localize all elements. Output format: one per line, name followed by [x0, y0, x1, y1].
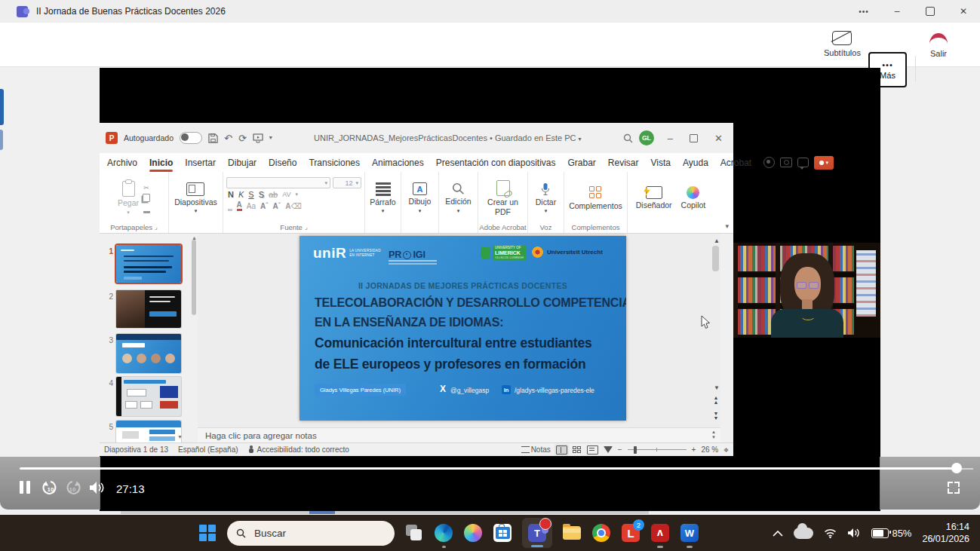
ppt-restore-button[interactable] — [690, 134, 698, 142]
format-painter-icon[interactable] — [143, 204, 150, 213]
taskbar-search-input[interactable] — [253, 527, 369, 540]
zoom-in-button[interactable]: + — [692, 445, 696, 454]
copilot-taskbar-button[interactable] — [463, 523, 483, 543]
comments-icon[interactable] — [797, 158, 809, 167]
ppt-close-button[interactable]: ✕ — [714, 133, 723, 143]
notes-pane[interactable]: Haga clic para agregar notas ▲▼ — [198, 427, 720, 442]
next-slide-button[interactable]: ▼▼ — [711, 412, 720, 420]
clear-format-button[interactable]: A⌫ — [285, 202, 301, 210]
lumio-button[interactable]: L2 — [621, 523, 641, 543]
bold-button[interactable]: N — [228, 190, 234, 199]
volume-button[interactable] — [89, 481, 106, 494]
wifi-icon[interactable] — [824, 528, 837, 538]
slideshow-icon[interactable] — [253, 133, 263, 143]
edge-button[interactable] — [434, 523, 453, 543]
paste-button[interactable]: Pegar ▾ — [118, 181, 139, 215]
fullscreen-button[interactable] — [948, 482, 960, 494]
draw-button[interactable]: A Dibujo ▾ — [409, 182, 432, 213]
editor-scrollbar[interactable] — [712, 246, 719, 271]
tab-animaciones[interactable]: Animaciones — [372, 158, 424, 168]
file-explorer-button[interactable] — [562, 523, 582, 543]
record-icon[interactable] — [763, 157, 775, 168]
language-status[interactable]: Español (España) — [178, 445, 238, 454]
editor-scroll-down-icon[interactable]: ▼ — [714, 384, 720, 391]
font-size-combo[interactable]: 12▾ — [333, 177, 361, 188]
tab-grabar[interactable]: Grabar — [567, 158, 595, 168]
tab-transiciones[interactable]: Transiciones — [309, 158, 360, 168]
cut-icon[interactable]: ✂ — [143, 184, 149, 191]
strikethrough-button[interactable]: ab — [269, 190, 278, 199]
chrome-button[interactable] — [591, 523, 611, 543]
change-case-button[interactable]: Aa — [247, 202, 256, 210]
shrink-font-button[interactable]: Aˇ — [273, 202, 281, 210]
notes-toggle[interactable]: Notas — [521, 445, 551, 454]
task-view-button[interactable] — [404, 523, 424, 543]
highlight-pen-icon[interactable] — [228, 201, 232, 211]
editor-scroll-up-icon[interactable]: ▲ — [714, 237, 720, 244]
teams-taskbar-button[interactable]: T — [522, 518, 552, 548]
slide-thumbnail-2[interactable] — [116, 290, 181, 328]
account-avatar[interactable]: GL — [639, 130, 654, 145]
left-rail-indicator-2[interactable] — [0, 130, 3, 150]
subtitles-button[interactable]: Subtítulos — [824, 29, 861, 57]
editing-button[interactable]: Edición ▾ — [445, 182, 471, 213]
char-spacing-button[interactable]: AV — [282, 191, 290, 198]
player-progress-handle[interactable] — [951, 463, 962, 473]
ppt-minimize-button[interactable]: – — [668, 133, 673, 143]
copy-icon[interactable] — [143, 194, 150, 202]
rewind-10-button[interactable]: 10 — [41, 480, 58, 496]
tray-chevron-icon[interactable] — [773, 530, 783, 537]
slide-canvas[interactable]: uniR LA UNIVERSIDADEN INTERNET PR IGI UN… — [300, 236, 626, 421]
tab-ayuda[interactable]: Ayuda — [683, 158, 708, 168]
speaker-icon[interactable] — [847, 528, 861, 538]
presenter-webcam-video[interactable] — [733, 243, 880, 338]
maximize-button[interactable] — [914, 0, 947, 23]
clipboard-dialog-launcher[interactable]: ⌟ — [155, 224, 158, 231]
acrobat-button[interactable]: ʌ — [650, 523, 670, 543]
tab-inicio[interactable]: Inicio — [149, 158, 173, 168]
search-icon[interactable] — [623, 133, 633, 143]
font-color-button[interactable]: A — [237, 201, 242, 211]
copilot-button[interactable]: Copilot — [681, 186, 706, 210]
create-pdf-button[interactable]: Crear un PDF — [481, 180, 524, 216]
zoom-slider-thumb[interactable] — [634, 446, 637, 454]
start-button[interactable] — [198, 523, 217, 543]
grow-font-button[interactable]: Aˆ — [260, 202, 269, 210]
addins-button[interactable]: Complementos — [569, 186, 622, 210]
slide-thumbnail-4[interactable] — [116, 377, 181, 416]
tab-archivo[interactable]: Archivo — [107, 158, 137, 168]
player-progress-bar[interactable] — [20, 467, 957, 470]
store-button[interactable] — [493, 523, 512, 543]
font-dialog-launcher[interactable]: ⌟ — [305, 224, 308, 231]
dictate-button[interactable]: Dictar ▾ — [536, 182, 556, 214]
italic-button[interactable]: K — [238, 190, 244, 199]
ppt-document-title[interactable]: UNIR_JORNADAS_MejoresPrácticasDocentes •… — [278, 133, 617, 142]
slideshow-view-button[interactable] — [604, 446, 613, 453]
fit-to-window-button[interactable]: ⌖ — [723, 445, 729, 455]
collapse-ribbon-icon[interactable]: ▾ — [725, 222, 729, 230]
tab-dibujar[interactable]: Dibujar — [228, 158, 257, 168]
minimize-button[interactable]: – — [880, 0, 914, 23]
previous-slide-button[interactable]: ▲▲ — [711, 396, 720, 404]
redo-icon[interactable]: ⟳ — [238, 133, 247, 143]
slide-thumbnail-1[interactable] — [116, 245, 181, 283]
designer-button[interactable]: Diseñador — [636, 186, 672, 210]
battery-status[interactable]: 85% — [871, 528, 911, 539]
save-icon[interactable] — [208, 133, 218, 143]
onedrive-icon[interactable] — [794, 528, 813, 539]
zoom-out-button[interactable]: − — [618, 445, 622, 454]
accessibility-status[interactable]: Accesibilidad: todo correcto — [248, 445, 349, 454]
close-button[interactable]: ✕ — [947, 0, 980, 23]
font-name-combo[interactable]: ▾ — [226, 177, 330, 188]
reading-view-button[interactable] — [587, 445, 598, 455]
tab-presentacion[interactable]: Presentación con diapositivas — [436, 158, 556, 168]
undo-icon[interactable]: ↶ — [224, 133, 232, 143]
cameo-camera-icon[interactable] — [780, 158, 792, 167]
paragraph-button[interactable]: Párrafo ▾ — [370, 182, 395, 214]
notes-scroll-arrows[interactable]: ▲▼ — [711, 430, 716, 439]
clock[interactable]: 16:14 26/01/2026 — [922, 521, 969, 546]
taskbar-search[interactable] — [227, 521, 395, 546]
forward-10-button[interactable]: 10 — [65, 480, 81, 496]
thumbs-scrollbar[interactable] — [192, 240, 196, 315]
zoom-slider[interactable] — [628, 449, 687, 450]
